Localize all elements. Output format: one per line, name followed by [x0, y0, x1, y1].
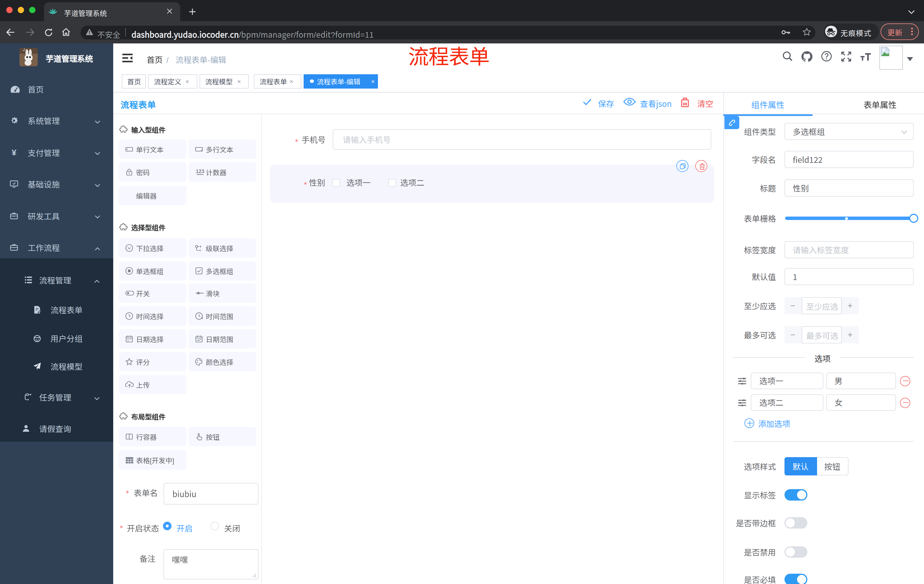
svg-text:¥: ¥	[12, 148, 16, 156]
svg-text:123: 123	[196, 169, 205, 174]
